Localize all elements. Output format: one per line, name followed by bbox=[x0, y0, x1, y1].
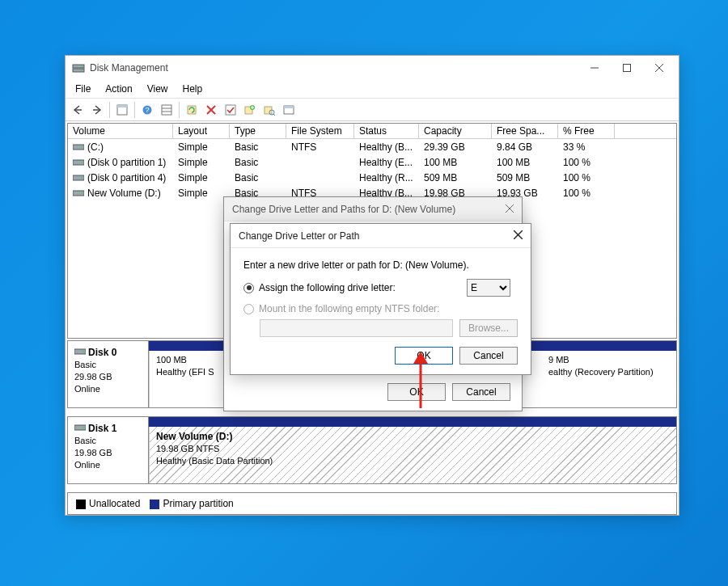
partition-size: 19.98 GB NTFS bbox=[156, 444, 219, 453]
search-disk-icon[interactable] bbox=[260, 101, 278, 119]
drive-letter-select[interactable]: E bbox=[467, 279, 510, 297]
volume-list-header: Volume Layout Type File System Status Ca… bbox=[68, 124, 676, 139]
partition-health: ealthy (Recovery Partition) bbox=[548, 367, 654, 377]
table-row[interactable]: (C:)SimpleBasicNTFSHealthy (B...29.39 GB… bbox=[68, 139, 676, 154]
new-disk-icon[interactable] bbox=[241, 101, 259, 119]
legend-label: Unallocated bbox=[89, 498, 140, 509]
col-type[interactable]: Type bbox=[230, 124, 286, 138]
disk-0-partition-4[interactable]: 9 MB ealthy (Recovery Partition) bbox=[514, 341, 676, 407]
disk-icon bbox=[74, 424, 86, 432]
svg-point-33 bbox=[81, 162, 83, 163]
col-free[interactable]: Free Spa... bbox=[492, 124, 558, 138]
radio-label: Mount in the following empty NTFS folder… bbox=[259, 303, 439, 314]
radio-assign-letter[interactable]: Assign the following drive letter: bbox=[243, 282, 396, 293]
help-icon[interactable]: ? bbox=[138, 101, 156, 119]
svg-point-41 bbox=[83, 427, 84, 428]
svg-rect-11 bbox=[117, 105, 127, 108]
outer-cancel-button[interactable]: Cancel bbox=[452, 383, 510, 401]
radio-icon bbox=[243, 283, 254, 293]
disk-0-label: Disk 0 Basic 29.98 GB Online bbox=[68, 341, 149, 407]
partition-name: New Volume (D:) bbox=[156, 431, 232, 442]
menu-help[interactable]: Help bbox=[176, 82, 210, 96]
col-pctfree[interactable]: % Free bbox=[558, 124, 615, 138]
dialog-titlebar: Change Drive Letter and Paths for D: (Ne… bbox=[224, 197, 522, 221]
partition-size: 9 MB bbox=[548, 355, 569, 365]
svg-point-35 bbox=[81, 177, 83, 179]
dialog-titlebar: Change Drive Letter or Path bbox=[231, 224, 531, 248]
disk-1-label: Disk 1 Basic 19.98 GB Online bbox=[68, 417, 149, 483]
radio-label: Assign the following drive letter: bbox=[259, 282, 396, 293]
back-icon[interactable] bbox=[69, 101, 87, 119]
svg-point-39 bbox=[83, 351, 84, 352]
outer-ok-button[interactable]: OK bbox=[387, 383, 446, 401]
svg-point-37 bbox=[81, 192, 83, 194]
svg-rect-14 bbox=[162, 105, 171, 115]
dialog-title: Change Drive Letter and Paths for D: (Ne… bbox=[232, 204, 455, 215]
dialog-close-icon[interactable] bbox=[506, 204, 514, 215]
maximize-button[interactable] bbox=[611, 57, 643, 79]
partition-size: 100 MB bbox=[156, 355, 187, 365]
toolbar-settings-icon[interactable] bbox=[158, 101, 176, 119]
svg-point-31 bbox=[81, 146, 83, 148]
col-status[interactable]: Status bbox=[354, 124, 419, 138]
svg-rect-29 bbox=[284, 106, 294, 108]
svg-text:?: ? bbox=[145, 106, 149, 114]
menu-view[interactable]: View bbox=[141, 82, 175, 96]
partition-health: Healthy (Basic Data Partition) bbox=[156, 456, 273, 466]
col-layout[interactable]: Layout bbox=[173, 124, 230, 138]
legend-label: Primary partition bbox=[163, 498, 233, 509]
titlebar: Disk Management bbox=[66, 56, 679, 80]
cancel-button[interactable]: Cancel bbox=[459, 347, 518, 365]
svg-point-2 bbox=[81, 65, 83, 67]
col-capacity[interactable]: Capacity bbox=[419, 124, 492, 138]
legend: Unallocated Primary partition bbox=[67, 492, 677, 515]
browse-button: Browse... bbox=[459, 319, 518, 337]
close-button[interactable] bbox=[643, 57, 675, 79]
checkmark-icon[interactable] bbox=[222, 101, 239, 119]
mount-path-input bbox=[260, 319, 453, 337]
minimize-button[interactable] bbox=[578, 57, 611, 79]
radio-icon bbox=[243, 304, 254, 314]
window-title: Disk Management bbox=[90, 62, 578, 74]
disk-1-block[interactable]: Disk 1 Basic 19.98 GB Online New Volume … bbox=[67, 416, 677, 484]
table-row[interactable]: (Disk 0 partition 1)SimpleBasicHealthy (… bbox=[68, 154, 676, 170]
disk-1-partition-1[interactable]: New Volume (D:) 19.98 GB NTFS Healthy (B… bbox=[149, 417, 676, 483]
partition-health: Healthy (EFI S bbox=[156, 367, 214, 377]
forward-icon[interactable] bbox=[88, 101, 106, 119]
col-volume[interactable]: Volume bbox=[68, 124, 173, 138]
svg-rect-20 bbox=[226, 105, 235, 115]
menubar: File Action View Help bbox=[66, 80, 679, 99]
refresh-icon[interactable] bbox=[183, 101, 201, 119]
app-icon bbox=[72, 61, 85, 74]
table-row[interactable]: (Disk 0 partition 4)SimpleBasicHealthy (… bbox=[68, 170, 676, 185]
svg-rect-5 bbox=[624, 65, 631, 72]
change-letter-dialog: Change Drive Letter or Path Enter a new … bbox=[230, 223, 531, 375]
delete-icon[interactable] bbox=[202, 101, 220, 119]
col-filesystem[interactable]: File System bbox=[286, 124, 354, 138]
menu-file[interactable]: File bbox=[69, 82, 97, 96]
radio-mount-folder[interactable]: Mount in the following empty NTFS folder… bbox=[243, 303, 518, 314]
legend-swatch-unallocated bbox=[76, 500, 86, 509]
dialog-title: Change Drive Letter or Path bbox=[239, 230, 359, 242]
svg-point-3 bbox=[81, 70, 83, 71]
legend-swatch-primary bbox=[150, 500, 159, 509]
dialog-close-icon[interactable] bbox=[514, 230, 523, 242]
dialog-instruction: Enter a new drive letter or path for D: … bbox=[243, 259, 518, 271]
svg-line-27 bbox=[273, 114, 275, 116]
menu-action[interactable]: Action bbox=[99, 82, 138, 96]
toolbar: ? bbox=[66, 99, 679, 121]
ok-button[interactable]: OK bbox=[395, 347, 453, 365]
toolbar-window-icon[interactable] bbox=[280, 101, 298, 119]
toolbar-view-icon[interactable] bbox=[113, 101, 131, 119]
disk-icon bbox=[74, 348, 86, 356]
